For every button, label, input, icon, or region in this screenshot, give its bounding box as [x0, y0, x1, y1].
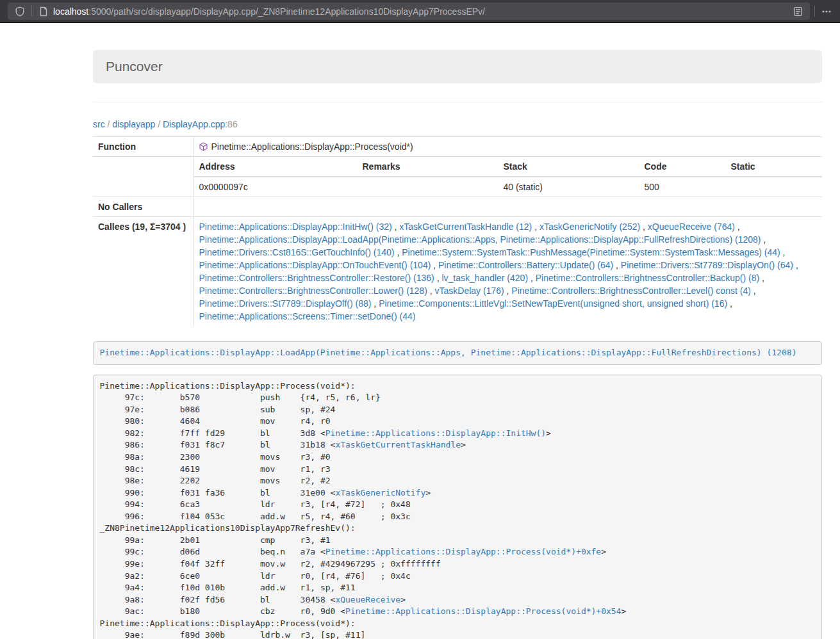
callee-link[interactable]: vTaskDelay (176) [435, 286, 504, 296]
static-cell [726, 177, 823, 197]
function-row: Function Pinetime::Applications::Display… [93, 137, 822, 157]
jumbotron: Puncover [93, 50, 822, 83]
no-callers-cell [194, 197, 822, 217]
details-label [93, 157, 194, 197]
function-name-cell: Pinetime::Applications::DisplayApp::Proc… [194, 137, 822, 157]
callee-link[interactable]: xTaskGetCurrentTaskHandle (12) [399, 222, 532, 232]
code-cell: 500 [639, 177, 726, 197]
details-table: Address Remarks Stack Code Static 0x0000… [194, 157, 823, 197]
function-name: Pinetime::Applications::DisplayApp::Proc… [211, 142, 413, 152]
callee-link[interactable]: Pinetime::Drivers::St7789::DisplayOff() … [199, 298, 372, 309]
selected-symbol-link[interactable]: Pinetime::Applications::DisplayApp::Load… [100, 348, 797, 357]
callee-link[interactable]: Pinetime::Applications::DisplayApp::Init… [199, 222, 392, 232]
breadcrumb: src / displayapp / DisplayApp.cpp:86 [93, 118, 822, 131]
url-host: localhost [53, 6, 88, 17]
callee-link[interactable]: Pinetime::Controllers::BrightnessControl… [511, 286, 750, 296]
divider [93, 102, 822, 102]
callee-link[interactable]: Pinetime::Applications::DisplayApp::OnTo… [199, 260, 431, 270]
shield-icon[interactable] [13, 4, 27, 19]
callee-link[interactable]: Pinetime::Applications::DisplayApp::Load… [199, 234, 761, 245]
symbol-link[interactable]: Pinetime::Applications::DisplayApp::Proc… [325, 547, 601, 556]
breadcrumb-separator: / [105, 119, 113, 129]
url-path: :5000/path/src/displayapp/DisplayApp.cpp… [88, 6, 485, 17]
symbol-link[interactable]: Pinetime::Applications::DisplayApp::Proc… [345, 606, 621, 616]
disassembly-block: Pinetime::Applications::DisplayApp::Proc… [93, 375, 822, 639]
col-code: Code [639, 157, 726, 177]
table-row: 0x0000097c 40 (static) 500 [194, 177, 823, 197]
callee-link[interactable]: Pinetime::Controllers::BrightnessControl… [199, 273, 434, 283]
symbol-link[interactable]: xTaskGenericNotify [335, 488, 425, 497]
callees-cell: Pinetime::Applications::DisplayApp::Init… [194, 217, 822, 327]
breadcrumb-separator: / [155, 119, 163, 129]
address-cell: 0x0000097c [194, 177, 358, 197]
page-title: Puncover [106, 59, 809, 74]
col-stack: Stack [498, 157, 639, 177]
ellipsis-icon[interactable] [819, 4, 834, 19]
callee-link[interactable]: Pinetime::Applications::Screens::Timer::… [199, 311, 416, 321]
function-label: Function [93, 137, 194, 157]
details-row: Address Remarks Stack Code Static 0x0000… [93, 157, 822, 197]
symbol-link[interactable]: xQueueReceive [335, 595, 400, 604]
col-remarks: Remarks [358, 157, 498, 177]
no-callers-row: No Callers [93, 197, 822, 217]
toolbar-separator [814, 6, 815, 17]
symbol-link[interactable]: xTaskGetCurrentTaskHandle [335, 440, 461, 449]
callee-link[interactable]: lv_task_handler (420) [441, 273, 528, 283]
symbol-link[interactable]: Pinetime::Applications::DisplayApp::Init… [325, 428, 546, 438]
breadcrumb-link[interactable]: displayapp [112, 119, 155, 129]
callee-link[interactable]: Pinetime::Drivers::St7789::DisplayOn() (… [621, 260, 793, 270]
callee-link[interactable]: xTaskGenericNotify (252) [539, 222, 640, 232]
callees-label: Callees (19, Σ=3704 ) [93, 217, 194, 327]
symbol-table: Function Pinetime::Applications::Display… [93, 136, 822, 326]
breadcrumb-link[interactable]: src [93, 119, 105, 129]
breadcrumb-link[interactable]: DisplayApp.cpp [163, 119, 225, 129]
details-cell: Address Remarks Stack Code Static 0x0000… [194, 157, 822, 197]
stack-cell: 40 (static) [498, 177, 639, 197]
callees-row: Callees (19, Σ=3704 ) Pinetime::Applicat… [93, 217, 822, 327]
selected-symbol-block: Pinetime::Applications::DisplayApp::Load… [93, 341, 822, 365]
remarks-cell [358, 177, 498, 197]
callee-link[interactable]: Pinetime::Components::LittleVgl::SetNewT… [379, 298, 727, 309]
reader-view-icon[interactable] [791, 4, 805, 19]
browser-toolbar: localhost:5000/path/src/displayapp/Displ… [0, 0, 840, 23]
breadcrumb-line-number: :86 [225, 119, 237, 129]
url-text[interactable]: localhost:5000/path/src/displayapp/Displ… [53, 6, 791, 17]
cube-icon [199, 142, 208, 151]
col-static: Static [726, 157, 823, 177]
callee-link[interactable]: Pinetime::Controllers::BrightnessControl… [536, 273, 759, 283]
page-content: Puncover src / displayapp / DisplayApp.c… [0, 23, 840, 639]
callee-link[interactable]: Pinetime::Drivers::Cst816S::GetTouchInfo… [199, 247, 395, 257]
no-callers-label: No Callers [93, 197, 194, 217]
url-bar[interactable]: localhost:5000/path/src/displayapp/Displ… [8, 3, 810, 20]
callee-link[interactable]: xQueueReceive (764) [648, 222, 735, 232]
urlbar-separator [31, 6, 32, 17]
callee-link[interactable]: Pinetime::System::SystemTask::PushMessag… [402, 247, 780, 257]
page-icon[interactable] [37, 4, 51, 19]
callee-link[interactable]: Pinetime::Controllers::Battery::Update()… [438, 260, 613, 270]
col-address: Address [194, 157, 358, 177]
callee-link[interactable]: Pinetime::Controllers::BrightnessControl… [199, 286, 427, 296]
